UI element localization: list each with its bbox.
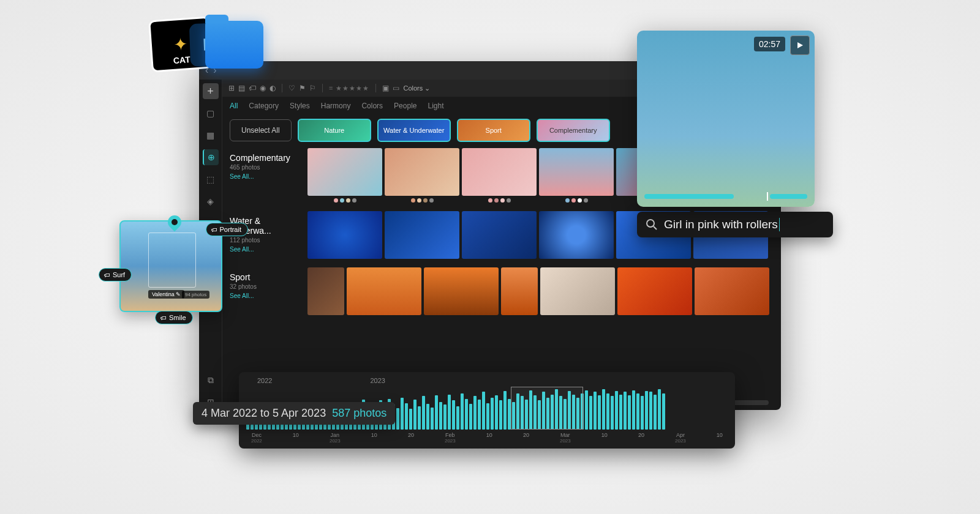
histogram-bar[interactable] bbox=[503, 391, 507, 430]
unselect-all-button[interactable]: Unselect All bbox=[230, 119, 292, 141]
person-icon[interactable]: ◉ bbox=[260, 84, 266, 92]
thumbnail[interactable] bbox=[385, 148, 459, 196]
thumbnail[interactable] bbox=[695, 267, 769, 315]
histogram-bar[interactable] bbox=[495, 395, 498, 430]
ai-search-bar[interactable]: Girl in pink with rollers bbox=[637, 212, 833, 237]
histogram-bar[interactable] bbox=[611, 396, 614, 430]
tab-colors[interactable]: Colors bbox=[361, 102, 383, 110]
histogram-bar[interactable] bbox=[443, 404, 447, 430]
histogram-bar[interactable] bbox=[598, 395, 601, 430]
histogram-bar[interactable] bbox=[649, 392, 652, 430]
histogram-bar[interactable] bbox=[456, 406, 459, 430]
histogram-bar[interactable] bbox=[658, 389, 661, 430]
histogram-bar[interactable] bbox=[645, 391, 648, 430]
histogram-bar[interactable] bbox=[508, 399, 511, 430]
histogram-bar[interactable] bbox=[632, 390, 635, 430]
histogram-bar[interactable] bbox=[624, 392, 627, 430]
thumbnail[interactable] bbox=[307, 211, 382, 259]
rail-camera-icon[interactable]: ◈ bbox=[203, 193, 219, 209]
tag-surf[interactable]: Surf bbox=[99, 268, 132, 281]
chip-water[interactable]: Water & Underwater bbox=[377, 119, 451, 142]
histogram-bar[interactable] bbox=[589, 396, 592, 430]
tab-all[interactable]: All bbox=[230, 102, 238, 110]
histogram-bar[interactable] bbox=[431, 408, 434, 430]
histogram-bar[interactable] bbox=[401, 398, 404, 430]
histogram-bar[interactable] bbox=[615, 391, 618, 430]
histogram-bar[interactable] bbox=[405, 403, 408, 430]
rail-duplicate-icon[interactable]: ⧉ bbox=[203, 372, 219, 388]
flag-icon[interactable]: ⚑ bbox=[299, 84, 306, 92]
trim-bar[interactable] bbox=[644, 193, 807, 199]
see-all-link[interactable]: See All... bbox=[230, 246, 300, 253]
chip-complementary[interactable]: Complementary bbox=[537, 119, 610, 142]
histogram-bar[interactable] bbox=[478, 400, 481, 430]
thumbnail[interactable] bbox=[307, 148, 382, 196]
histogram-bar[interactable] bbox=[435, 395, 438, 430]
histogram-bar[interactable] bbox=[469, 404, 472, 430]
playhead[interactable] bbox=[767, 192, 768, 201]
histogram-bar[interactable] bbox=[422, 396, 425, 430]
image-type-icon[interactable]: ▣ bbox=[382, 84, 389, 92]
histogram-bar[interactable] bbox=[636, 393, 639, 430]
histogram-bar[interactable] bbox=[439, 402, 442, 430]
reject-icon[interactable]: ⚐ bbox=[309, 84, 316, 92]
thumbnail[interactable] bbox=[307, 267, 344, 315]
histogram-bar[interactable] bbox=[602, 389, 605, 430]
rail-map-icon[interactable]: ⬚ bbox=[203, 171, 219, 187]
histogram-bar[interactable] bbox=[396, 408, 399, 430]
thumbnail[interactable] bbox=[539, 148, 614, 196]
histogram-bar[interactable] bbox=[418, 406, 421, 430]
histogram-bar[interactable] bbox=[461, 393, 464, 430]
histogram-bar[interactable] bbox=[448, 395, 451, 430]
rail-library-icon[interactable]: ▢ bbox=[203, 105, 219, 121]
chip-nature[interactable]: Nature bbox=[298, 119, 371, 142]
timeline-selection[interactable] bbox=[511, 387, 583, 430]
portrait-thumbnail[interactable]: Valentina ✎ 94 photos bbox=[119, 220, 222, 312]
histogram-bar[interactable] bbox=[654, 395, 657, 430]
rail-import-icon[interactable]: ⊕ bbox=[203, 149, 219, 165]
chip-sport[interactable]: Sport bbox=[457, 119, 530, 142]
trim-segment-left[interactable] bbox=[644, 194, 734, 199]
histogram-bar[interactable] bbox=[662, 393, 665, 430]
trim-segment-right[interactable] bbox=[770, 194, 807, 199]
histogram-bar[interactable] bbox=[594, 392, 597, 430]
tab-light[interactable]: Light bbox=[428, 102, 443, 110]
thumbnail[interactable] bbox=[540, 267, 615, 315]
histogram-bar[interactable] bbox=[409, 409, 412, 430]
hierarchy-icon[interactable]: ⊞ bbox=[228, 84, 235, 92]
rating-stars[interactable]: = ★★★★★ bbox=[329, 84, 369, 92]
see-all-link[interactable]: See All... bbox=[230, 292, 300, 299]
histogram-bar[interactable] bbox=[465, 399, 468, 430]
histogram-bar[interactable] bbox=[452, 400, 455, 430]
colors-dropdown[interactable]: Colors ⌄ bbox=[403, 84, 430, 92]
thumbnail[interactable] bbox=[617, 267, 692, 315]
thumbnail[interactable] bbox=[462, 148, 537, 196]
histogram-bar[interactable] bbox=[628, 395, 631, 430]
histogram-bar[interactable] bbox=[413, 400, 417, 430]
tab-harmony[interactable]: Harmony bbox=[321, 102, 351, 110]
video-type-icon[interactable]: ▭ bbox=[393, 84, 399, 92]
heart-icon[interactable]: ♡ bbox=[288, 84, 295, 92]
person-name-chip[interactable]: Valentina ✎ bbox=[148, 290, 184, 299]
rail-grid-icon[interactable]: ▦ bbox=[203, 127, 219, 143]
histogram-bar[interactable] bbox=[606, 393, 609, 430]
thumbnail[interactable] bbox=[462, 211, 537, 259]
palette-icon[interactable]: ◐ bbox=[270, 84, 276, 92]
histogram-bar[interactable] bbox=[482, 392, 485, 430]
tab-people[interactable]: People bbox=[394, 102, 417, 110]
tag-icon[interactable]: 🏷 bbox=[249, 84, 256, 92]
histogram-bar[interactable] bbox=[473, 396, 477, 430]
histogram-bar[interactable] bbox=[619, 395, 622, 430]
histogram-bar[interactable] bbox=[486, 403, 489, 430]
play-button[interactable] bbox=[790, 35, 810, 55]
calendar-icon[interactable]: ▤ bbox=[238, 84, 245, 92]
histogram-bar[interactable] bbox=[499, 400, 502, 430]
video-preview[interactable]: 02:57 bbox=[637, 31, 815, 207]
tag-portrait[interactable]: Portrait bbox=[206, 223, 248, 236]
tag-smile[interactable]: Smile bbox=[155, 311, 193, 324]
histogram-bar[interactable] bbox=[641, 396, 644, 430]
add-button[interactable]: + bbox=[203, 83, 219, 99]
histogram-bar[interactable] bbox=[251, 425, 254, 430]
thumbnail[interactable] bbox=[501, 267, 538, 315]
tab-styles[interactable]: Styles bbox=[290, 102, 310, 110]
